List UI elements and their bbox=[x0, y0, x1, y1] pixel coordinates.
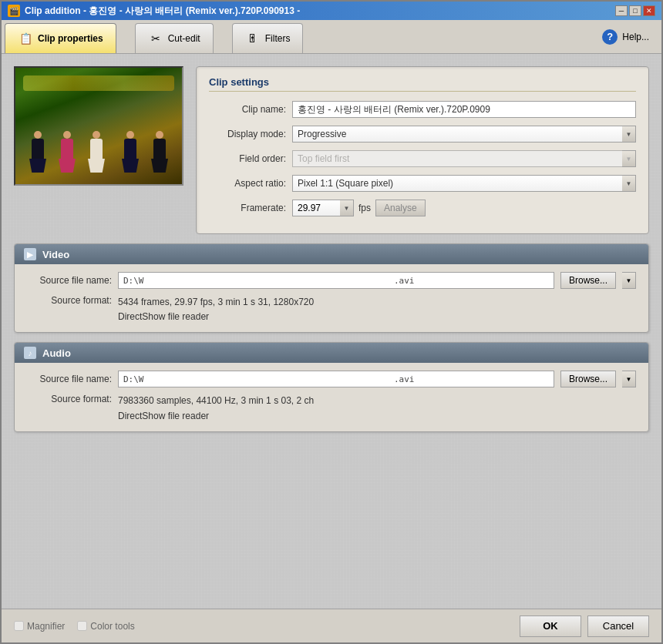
video-source-row: Source file name: Browse... ▼ bbox=[27, 272, 636, 289]
video-source-label: Source file name: bbox=[27, 275, 112, 286]
tab-cut-edit[interactable]: ✂ Cut-edit bbox=[135, 23, 214, 53]
display-mode-row: Display mode: Progressive Interlaced (to… bbox=[209, 126, 636, 143]
video-format-line1: 5434 frames, 29.97 fps, 3 min 1 s 31, 12… bbox=[118, 295, 314, 310]
clip-properties-icon: 📋 bbox=[18, 31, 33, 46]
video-section-title: Video bbox=[42, 249, 69, 260]
dancer-skirt-2 bbox=[59, 159, 76, 173]
framerate-select[interactable]: 29.97 23.976 24 25 30 bbox=[292, 200, 354, 216]
help-icon: ? bbox=[602, 29, 618, 45]
framerate-row: Framerate: 29.97 23.976 24 25 30 ▼ bbox=[209, 200, 636, 216]
footer: Magnifier Color tools OK Cancel bbox=[2, 609, 661, 642]
tab-filters-label: Filters bbox=[265, 33, 291, 44]
toolbar: 📋 Clip properties ✂ Cut-edit 🎚 Filters ?… bbox=[2, 20, 661, 54]
tab-clip-properties[interactable]: 📋 Clip properties bbox=[5, 23, 116, 53]
audio-format-line1: 7983360 samples, 44100 Hz, 3 min 1 s 03,… bbox=[118, 394, 314, 408]
audio-format-row: Source format: 7983360 samples, 44100 Hz… bbox=[27, 394, 636, 423]
video-format-row: Source format: 5434 frames, 29.97 fps, 3… bbox=[27, 295, 636, 324]
audio-format-text: 7983360 samples, 44100 Hz, 3 min 1 s 03,… bbox=[118, 394, 314, 423]
audio-icon: ♪ bbox=[24, 347, 36, 359]
minimize-button[interactable]: ─ bbox=[615, 5, 628, 16]
title-bar-left: 🎬 Clip addition - 홍진영 - 사랑의 배터리 (Remix v… bbox=[8, 5, 300, 18]
clip-settings-title: Clip settings bbox=[209, 76, 636, 92]
maximize-button[interactable]: □ bbox=[629, 5, 641, 16]
dancer-skirt-5 bbox=[151, 159, 168, 173]
video-icon: ▶ bbox=[24, 248, 36, 260]
field-order-row: Field order: Top field first Bottom fiel… bbox=[209, 150, 636, 167]
clip-name-label: Clip name: bbox=[209, 104, 286, 115]
video-section-header: ▶ Video bbox=[15, 244, 648, 264]
dancer-body-2 bbox=[61, 139, 73, 159]
ok-button[interactable]: OK bbox=[520, 615, 581, 637]
aspect-ratio-select[interactable]: Pixel 1:1 (Square pixel) 4:3 16:9 bbox=[292, 175, 636, 192]
main-window: 🎬 Clip addition - 홍진영 - 사랑의 배터리 (Remix v… bbox=[0, 0, 663, 644]
audio-browse-button[interactable]: Browse... bbox=[560, 371, 616, 387]
tab-clip-properties-label: Clip properties bbox=[38, 33, 103, 44]
stage-background bbox=[15, 68, 182, 184]
magnifier-label: Magnifier bbox=[27, 621, 65, 632]
stage-lights bbox=[23, 75, 174, 91]
close-button[interactable]: ✕ bbox=[643, 5, 655, 16]
dancer-1 bbox=[31, 131, 45, 173]
clip-name-input[interactable] bbox=[292, 101, 636, 118]
audio-format-line2: DirectShow file reader bbox=[118, 409, 314, 424]
tab-filters[interactable]: 🎚 Filters bbox=[232, 23, 304, 53]
tab-help[interactable]: ? Help... bbox=[593, 20, 658, 53]
display-mode-label: Display mode: bbox=[209, 129, 286, 139]
dancer-head-4 bbox=[126, 131, 134, 139]
dancer-head-1 bbox=[34, 131, 42, 139]
field-order-select[interactable]: Top field first Bottom field first bbox=[292, 150, 636, 167]
dancer-2 bbox=[60, 131, 74, 173]
audio-section: ♪ Audio Source file name: Browse... ▼ So… bbox=[14, 342, 649, 431]
cut-edit-icon: ✂ bbox=[148, 31, 163, 46]
aspect-ratio-select-wrapper: Pixel 1:1 (Square pixel) 4:3 16:9 ▼ bbox=[292, 175, 636, 192]
dancer-body-3 bbox=[90, 139, 103, 159]
dancer-5 bbox=[153, 131, 167, 173]
window-title: Clip addition - 홍진영 - 사랑의 배터리 (Remix ver… bbox=[25, 5, 300, 18]
magnifier-checkbox[interactable] bbox=[14, 621, 24, 631]
analyse-button[interactable]: Analyse bbox=[375, 200, 426, 216]
color-tools-label: Color tools bbox=[90, 621, 134, 632]
video-format-label: Source format: bbox=[27, 295, 112, 306]
aspect-ratio-row: Aspect ratio: Pixel 1:1 (Square pixel) 4… bbox=[209, 175, 636, 192]
filters-icon: 🎚 bbox=[245, 31, 261, 46]
audio-source-input[interactable] bbox=[118, 371, 554, 387]
main-content: Clip settings Clip name: Display mode: P… bbox=[2, 54, 661, 609]
dancer-body-4 bbox=[124, 139, 136, 159]
field-order-select-wrapper: Top field first Bottom field first ▼ bbox=[292, 150, 636, 167]
audio-section-title: Audio bbox=[42, 347, 71, 359]
tab-help-label: Help... bbox=[622, 32, 649, 42]
video-section: ▶ Video Source file name: Browse... ▼ So… bbox=[14, 243, 649, 333]
cancel-button[interactable]: Cancel bbox=[587, 615, 649, 637]
display-mode-select[interactable]: Progressive Interlaced (top field first)… bbox=[292, 126, 636, 143]
dancer-head-3 bbox=[93, 131, 100, 139]
framerate-label: Framerate: bbox=[209, 203, 286, 213]
color-tools-checkbox[interactable] bbox=[77, 621, 87, 631]
video-browse-arrow-button[interactable]: ▼ bbox=[622, 272, 636, 289]
clip-settings-panel: Clip settings Clip name: Display mode: P… bbox=[196, 66, 649, 234]
color-tools-checkbox-label[interactable]: Color tools bbox=[77, 621, 134, 632]
audio-section-body: Source file name: Browse... ▼ Source for… bbox=[15, 363, 648, 431]
footer-right: OK Cancel bbox=[520, 615, 649, 637]
dancer-skirt-4 bbox=[122, 159, 139, 173]
video-source-input[interactable] bbox=[118, 272, 554, 289]
footer-left: Magnifier Color tools bbox=[14, 621, 135, 632]
video-section-body: Source file name: Browse... ▼ Source for… bbox=[15, 264, 648, 332]
video-browse-button[interactable]: Browse... bbox=[560, 272, 616, 289]
top-section: Clip settings Clip name: Display mode: P… bbox=[14, 66, 649, 234]
audio-source-row: Source file name: Browse... ▼ bbox=[27, 371, 636, 387]
dancer-4 bbox=[123, 131, 137, 173]
audio-browse-arrow-button[interactable]: ▼ bbox=[622, 371, 636, 387]
magnifier-checkbox-label[interactable]: Magnifier bbox=[14, 621, 65, 632]
fps-label: fps bbox=[358, 203, 371, 213]
fps-select-wrapper: 29.97 23.976 24 25 30 ▼ bbox=[292, 200, 354, 216]
dancer-head-2 bbox=[63, 131, 71, 139]
framerate-controls: 29.97 23.976 24 25 30 ▼ fps Analyse bbox=[292, 200, 426, 216]
dancer-skirt-3 bbox=[88, 159, 105, 173]
audio-format-label: Source format: bbox=[27, 394, 112, 404]
aspect-ratio-label: Aspect ratio: bbox=[209, 178, 286, 189]
title-bar: 🎬 Clip addition - 홍진영 - 사랑의 배터리 (Remix v… bbox=[2, 2, 661, 20]
field-order-label: Field order: bbox=[209, 153, 286, 164]
video-preview bbox=[14, 66, 183, 186]
video-format-line2: DirectShow file reader bbox=[118, 310, 314, 324]
dancer-body-5 bbox=[153, 139, 166, 159]
